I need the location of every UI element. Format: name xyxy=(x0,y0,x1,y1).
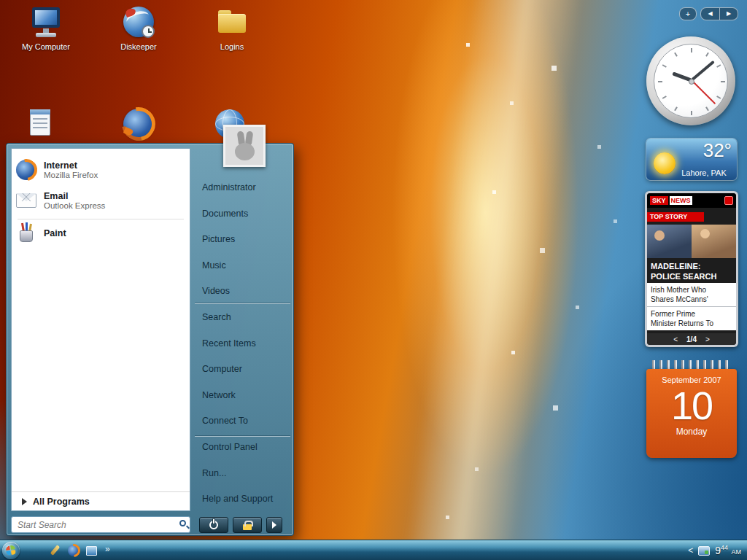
clock-face xyxy=(654,44,728,118)
desktop-icon-diskeeper[interactable]: Diskeeper xyxy=(109,4,168,51)
start-menu-item-connect-to[interactable]: Connect To xyxy=(190,408,295,435)
calendar-gadget[interactable]: September 2007 10 Monday xyxy=(646,360,737,458)
gadget-controls: + ◀ ▶ xyxy=(679,7,738,20)
start-menu-item-recent-items[interactable]: Recent Items xyxy=(190,331,295,357)
firefox-icon xyxy=(15,158,38,182)
desktop-icon-my-computer[interactable]: My Computer xyxy=(17,4,75,51)
start-menu-separator xyxy=(195,303,290,304)
desktop-icon-label: My Computer xyxy=(17,42,75,51)
start-menu: Internet Mozilla Firefox Email Outlook E… xyxy=(6,143,294,536)
clock-tick xyxy=(721,81,725,82)
start-menu-item-paint[interactable]: Paint xyxy=(15,222,187,245)
pinned-title: Email xyxy=(44,191,105,201)
start-menu-item-pictures[interactable]: Pictures xyxy=(190,227,295,253)
desktop-icon-firefox[interactable] xyxy=(109,106,168,141)
weather-location: Lahore, PAK xyxy=(671,168,737,177)
pinned-title: Paint xyxy=(44,228,66,238)
folder-icon xyxy=(214,4,249,39)
clock-tick xyxy=(716,64,721,68)
gadget-next-button[interactable]: ▶ xyxy=(719,7,738,20)
start-menu-item-administrator[interactable]: Administrator xyxy=(190,175,295,201)
search-icon xyxy=(179,520,186,526)
firefox-icon xyxy=(121,106,156,141)
news-photo xyxy=(647,225,736,258)
start-menu-item-run[interactable]: Run... xyxy=(190,461,295,487)
all-programs-button[interactable]: All Programs xyxy=(12,491,190,510)
desktop: My Computer Diskeeper Logins + ◀ ▶ xyxy=(0,0,747,560)
news-story-item[interactable]: Former Prime Minister Returns To xyxy=(647,306,736,330)
clock-tick xyxy=(705,52,709,57)
clock-minute: 44 xyxy=(721,544,728,551)
clock-tick xyxy=(674,52,678,57)
start-button[interactable] xyxy=(2,542,20,559)
start-search xyxy=(11,516,190,533)
news-gadget[interactable]: SKY NEWS TOP STORY MADELEINE: POLICE SEA… xyxy=(645,191,738,347)
news-story-item[interactable]: Irish Mother Who Shares McCanns' xyxy=(647,283,736,306)
email-icon xyxy=(15,189,38,212)
news-photo-left xyxy=(647,225,692,258)
clock-tick xyxy=(662,96,667,99)
clock-ampm: AM xyxy=(732,548,742,556)
pinned-subtitle: Outlook Express xyxy=(44,201,105,210)
news-headline-line2: POLICE SEARCH xyxy=(651,271,732,281)
calendar-weekday: Monday xyxy=(646,427,737,437)
arrow-right-icon xyxy=(272,521,276,529)
quick-launch-pen-icon[interactable] xyxy=(48,544,61,557)
desktop-icon-document[interactable] xyxy=(11,106,69,141)
my-computer-icon xyxy=(28,4,63,39)
windows-logo-icon xyxy=(5,545,17,556)
power-button-row xyxy=(190,517,295,533)
start-menu-item-documents[interactable]: Documents xyxy=(190,201,295,228)
clock-tick xyxy=(662,64,667,68)
news-gadget-body: SKY NEWS TOP STORY MADELEINE: POLICE SEA… xyxy=(647,193,736,345)
news-next-button[interactable]: > xyxy=(705,335,710,343)
clock-hour: 9 xyxy=(715,545,721,556)
clock-tick xyxy=(674,106,678,111)
start-menu-item-videos[interactable]: Videos xyxy=(190,279,295,305)
weather-gadget[interactable]: 32° Lahore, PAK xyxy=(646,139,737,180)
start-menu-item-control-panel[interactable]: Control Panel xyxy=(190,435,295,461)
shutdown-options-button[interactable] xyxy=(266,517,282,533)
arrow-right-icon xyxy=(22,498,27,505)
pinned-title: Internet xyxy=(44,160,98,171)
tray-collapse-chevron[interactable]: < xyxy=(688,545,693,556)
taskbar-clock[interactable]: 944 AM xyxy=(715,544,744,557)
start-menu-item-list: Administrator Documents Pictures Music V… xyxy=(190,175,295,513)
start-menu-item-computer[interactable]: Computer xyxy=(190,357,295,383)
system-tray: < 944 AM xyxy=(688,540,744,560)
news-header: SKY NEWS xyxy=(647,193,736,208)
calendar-spiral-binding xyxy=(651,360,732,369)
clock-minute-hand xyxy=(691,61,715,82)
desktop-icon-logins[interactable]: Logins xyxy=(203,4,261,51)
start-menu-item-music[interactable]: Music xyxy=(190,253,295,279)
power-icon xyxy=(209,521,218,529)
power-button[interactable] xyxy=(199,517,228,533)
news-prev-button[interactable]: < xyxy=(673,335,678,343)
start-search-input[interactable] xyxy=(11,516,190,533)
quick-launch-show-desktop-icon[interactable] xyxy=(85,544,98,557)
sky-logo: SKY xyxy=(650,196,668,205)
start-menu-item-email[interactable]: Email Outlook Express xyxy=(15,185,187,216)
start-menu-item-internet[interactable]: Internet Mozilla Firefox xyxy=(15,155,187,185)
start-menu-item-help-and-support[interactable]: Help and Support xyxy=(190,486,295,513)
start-menu-separator xyxy=(195,435,290,437)
avatar-image xyxy=(235,143,255,160)
tray-status-icon[interactable] xyxy=(698,546,710,556)
news-headline: MADELEINE: POLICE SEARCH xyxy=(647,258,736,283)
clock-tick xyxy=(658,81,662,82)
quick-launch-firefox-icon[interactable] xyxy=(67,544,80,557)
user-avatar[interactable] xyxy=(223,125,266,167)
start-menu-item-search[interactable]: Search xyxy=(190,305,295,331)
add-gadget-button[interactable]: + xyxy=(679,7,697,20)
start-menu-item-network[interactable]: Network xyxy=(190,383,295,409)
top-story-banner: TOP STORY xyxy=(647,212,704,222)
lock-button[interactable] xyxy=(233,517,262,533)
document-icon xyxy=(23,106,58,141)
start-menu-right-panel: Administrator Documents Pictures Music V… xyxy=(190,144,295,537)
gadget-prev-button[interactable]: ◀ xyxy=(700,7,719,20)
news-story-text: Irish Mother Who xyxy=(651,285,732,295)
news-story-text: Shares McCanns' xyxy=(651,295,732,304)
clock-gadget[interactable] xyxy=(646,36,735,125)
quick-launch-overflow-chevron[interactable]: » xyxy=(105,544,110,554)
clock-second-hand xyxy=(691,79,716,104)
